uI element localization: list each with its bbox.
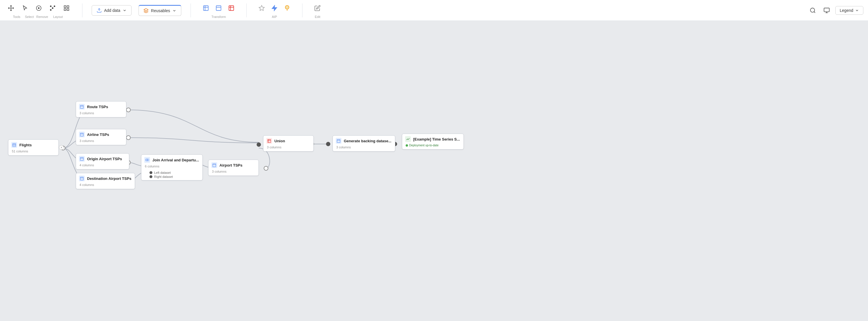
- aip-btn-3[interactable]: [281, 2, 293, 14]
- transform-btn-3[interactable]: [225, 2, 237, 14]
- svg-rect-59: [213, 164, 216, 167]
- origin-tsps-subtitle: 4 columns: [76, 163, 129, 169]
- svg-rect-55: [81, 177, 84, 180]
- join-title: Join Arrival and Departu...: [152, 158, 199, 162]
- svg-rect-11: [204, 5, 209, 10]
- flights-node[interactable]: Flights 51 columns: [8, 139, 59, 155]
- svg-point-3: [52, 7, 53, 9]
- svg-marker-20: [272, 5, 277, 10]
- dest-tsps-title: Destination Airport TSPs: [87, 176, 131, 181]
- grid-tool-button[interactable]: [61, 2, 72, 14]
- edit-btn[interactable]: [312, 2, 323, 14]
- svg-rect-14: [216, 5, 221, 10]
- airport-tsps-node[interactable]: Airport TSPs 3 columns: [208, 159, 259, 176]
- svg-point-1: [38, 7, 39, 9]
- svg-rect-6: [64, 5, 66, 7]
- scatter-tool-button[interactable]: [47, 2, 58, 14]
- edit-label: Edit: [315, 15, 320, 19]
- timeseries-title: [Example] Time Series S...: [413, 137, 460, 141]
- svg-rect-64: [337, 139, 340, 143]
- svg-point-29: [126, 108, 130, 112]
- aip-btn-1[interactable]: [256, 2, 268, 14]
- add-data-button[interactable]: Add data: [92, 5, 131, 16]
- divider-3: [246, 3, 247, 17]
- join-node[interactable]: Join Arrival and Departu... 6 columns Le…: [141, 154, 203, 180]
- svg-rect-49: [81, 105, 84, 109]
- svg-point-5: [50, 5, 52, 7]
- circle-tool-button[interactable]: [33, 2, 44, 14]
- flights-expand-icon[interactable]: [59, 145, 64, 150]
- join-port-left: Left dataset: [150, 171, 199, 174]
- svg-point-43: [326, 142, 330, 146]
- origin-tsps-title: Origin Airport TSPs: [87, 157, 122, 161]
- layout-label: Layout: [49, 15, 66, 19]
- generate-node[interactable]: Generate backing datase... 3 columns: [333, 135, 395, 151]
- reusables-button[interactable]: Reusables: [138, 5, 181, 16]
- select-label: Select: [24, 15, 35, 19]
- svg-rect-8: [64, 8, 66, 10]
- flights-title: Flights: [19, 143, 32, 147]
- transform-label: Transform: [211, 15, 226, 19]
- svg-point-4: [54, 5, 55, 7]
- route-tsps-node[interactable]: Route TSPs 3 columns: [76, 101, 126, 117]
- airline-tsps-node[interactable]: Airline TSPs 3 columns: [76, 129, 126, 145]
- divider-1: [82, 3, 83, 17]
- dest-tsps-subtitle: 4 columns: [76, 182, 135, 189]
- deployment-badge: Deployment up-to-date: [402, 143, 464, 149]
- airline-tsps-subtitle: 3 columns: [76, 139, 126, 145]
- route-tsps-title: Route TSPs: [87, 105, 108, 109]
- airport-tsps-subtitle: 3 columns: [209, 169, 258, 176]
- svg-rect-61: [268, 139, 271, 143]
- canvas: Flights 51 columns Route TSPs 3 columns …: [0, 21, 868, 321]
- remove-label: Remove: [36, 15, 48, 19]
- join-port-right: Right dataset: [150, 175, 199, 178]
- origin-tsps-node[interactable]: Origin Airport TSPs 4 columns: [76, 153, 129, 170]
- svg-rect-24: [824, 8, 829, 11]
- svg-marker-19: [259, 5, 264, 10]
- aip-btn-2[interactable]: [269, 2, 280, 14]
- svg-rect-7: [67, 5, 69, 7]
- timeseries-node[interactable]: [Example] Time Series S... Deployment up…: [402, 134, 464, 149]
- connections-svg: [0, 21, 868, 321]
- union-node[interactable]: Union 3 columns: [263, 135, 314, 151]
- generate-title: Generate backing datase...: [344, 139, 392, 143]
- svg-point-2: [50, 9, 52, 10]
- monitor-button[interactable]: [822, 5, 832, 16]
- pointer-tool-button[interactable]: [19, 2, 31, 14]
- union-title: Union: [274, 139, 285, 143]
- svg-point-40: [264, 166, 268, 170]
- legend-button[interactable]: Legend: [835, 6, 863, 15]
- join-subtitle: 6 columns: [142, 164, 203, 170]
- airport-tsps-title: Airport TSPs: [219, 163, 242, 168]
- dest-tsps-node[interactable]: Destination Airport TSPs 4 columns: [76, 173, 135, 189]
- svg-point-31: [126, 136, 130, 140]
- svg-rect-9: [67, 8, 69, 10]
- union-subtitle: 3 columns: [264, 145, 313, 151]
- svg-rect-16: [229, 5, 234, 10]
- svg-point-58: [147, 159, 149, 161]
- generate-subtitle: 3 columns: [333, 145, 395, 151]
- aip-label: AIP: [272, 15, 277, 19]
- svg-point-22: [810, 8, 815, 12]
- transform-btn-2[interactable]: [213, 2, 224, 14]
- svg-rect-51: [81, 133, 84, 136]
- tools-label: Tools: [11, 15, 23, 19]
- route-tsps-subtitle: 3 columns: [76, 111, 126, 117]
- svg-point-41: [257, 143, 261, 147]
- svg-line-23: [814, 11, 815, 13]
- airline-tsps-title: Airline TSPs: [87, 133, 109, 137]
- search-button[interactable]: [808, 5, 818, 16]
- flights-subtitle: 51 columns: [8, 149, 58, 155]
- transform-btn-1[interactable]: [200, 2, 212, 14]
- move-tool-button[interactable]: [5, 2, 17, 14]
- divider-2: [190, 3, 191, 17]
- svg-rect-53: [81, 157, 84, 160]
- divider-4: [302, 3, 303, 17]
